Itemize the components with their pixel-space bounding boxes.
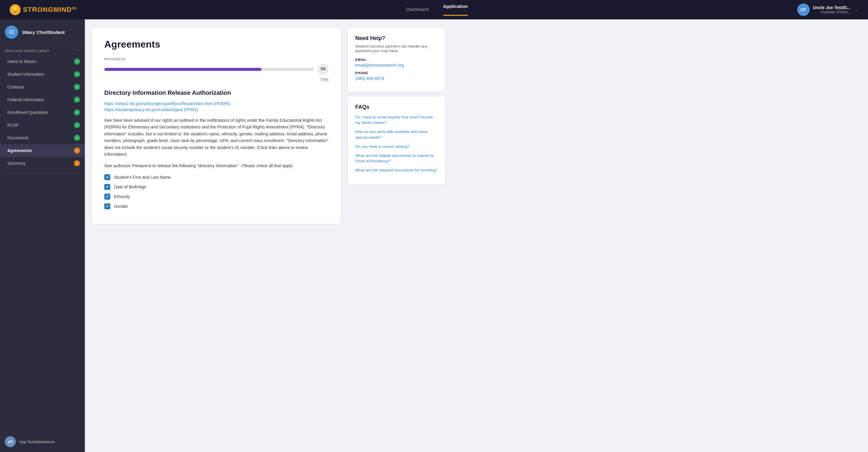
enrollment-chevron-up-icon[interactable]: ⌃ (77, 49, 80, 53)
checkbox-dob[interactable]: ✓ Date of Birth/Age (104, 184, 329, 190)
checkbox-label: Student's First and Last Name (114, 175, 171, 180)
help-title: Need Help? (355, 35, 438, 41)
sidebar-divider (5, 173, 80, 173)
agreements-title: Agreements (104, 39, 329, 50)
sidebar-item-label: Agreements (7, 148, 32, 153)
nav-application[interactable]: Application (443, 4, 468, 16)
main-nav: Dashboard Application (406, 4, 468, 16)
sidebar: 11 1Mary 1TestStudent 2024-2025 ENROLLME… (0, 20, 85, 452)
logo-mind: MIND (53, 6, 71, 13)
enrollment-title: 2024-2025 ENROLLMENT ⌃ (5, 49, 80, 53)
check-icon: ✓ (74, 135, 80, 141)
check-icon: ✓ (74, 84, 80, 90)
user-name: Uncle Joe TestSt... (813, 5, 850, 10)
sidebar-item-label: Enrollment Questions (7, 110, 48, 115)
student-avatar: 11 (5, 26, 18, 39)
header: 💡 STRONGMINDSM Dashboard Application UT … (0, 0, 868, 20)
body-text: I/we have been advised of our rights as … (104, 117, 329, 158)
faq-item-0[interactable]: Do I have to know exactly how much incom… (355, 115, 438, 125)
email-label: EMAIL (355, 58, 438, 62)
sidebar-item-contacts[interactable]: Contacts ✓ (0, 80, 85, 93)
warning-icon: ! (74, 160, 80, 166)
sidebar-item-student-information[interactable]: Student Information ✓ (0, 68, 85, 80)
warning-icon: ! (74, 148, 80, 154)
progress-bar-fill (104, 68, 261, 71)
check-icon: ✓ (74, 109, 80, 116)
student-name: 1Mary 1TestStudent (22, 30, 65, 35)
progress-label: PROGRESS (104, 57, 329, 61)
sidebar-item-agreements[interactable]: Agreements ! (0, 144, 85, 157)
enrollment-title-text: 2024-2025 ENROLLMENT (5, 49, 50, 53)
sidebar-item-intent-to-return[interactable]: Intent to Return ✓ (0, 55, 85, 68)
user-role: Guardian (Prima... (813, 10, 850, 14)
check-icon: ✓ (74, 122, 80, 128)
logo-sm: SM (71, 7, 77, 10)
sidebar-nav-list: Intent to Return ✓ Student Information ✓… (0, 54, 85, 171)
faq-item-1[interactable]: How do you work with students who have s… (355, 129, 438, 140)
logo-strong: STRONG (23, 6, 53, 13)
checkbox-label: Ethnicity (114, 194, 130, 199)
sidebar-item-label: Contacts (7, 85, 24, 89)
checkbox-label: Date of Birth/Age (114, 185, 146, 189)
sidebar-item-label: ECAP (7, 123, 19, 128)
sidebar-item-label: Student Information (7, 72, 44, 77)
user-area[interactable]: UT Uncle Joe TestSt... Guardian (Prima..… (797, 4, 858, 16)
progress-bar-track (104, 68, 314, 71)
right-panel: Need Help? Student success partners can … (348, 28, 445, 184)
sidebar-item-ecap[interactable]: ECAP ✓ (0, 119, 85, 131)
checkbox-first-last-name[interactable]: ✓ Student's First and Last Name (104, 174, 329, 180)
sidebar-item-label: Summary (7, 161, 26, 166)
ferpa-link[interactable]: https://www2.ed.gov/policy/gen/guid/fpco… (104, 101, 329, 106)
check-icon: ✓ (74, 97, 80, 103)
sidebar-item-label: Documents (7, 135, 29, 140)
page-wrapper: Agreements PROGRESS 🏁 75% Directory Info… (0, 20, 868, 452)
sidebar-item-federal-information[interactable]: Federal Information ✓ (0, 93, 85, 106)
checkbox-icon[interactable]: ✓ (104, 184, 110, 190)
auth-text: I/we authorize Primavera to release the … (104, 162, 329, 169)
check-icon: ✓ (74, 59, 80, 65)
sidebar-bottom-avatar: AT (5, 436, 16, 447)
logo: 💡 STRONGMINDSM (10, 4, 77, 15)
section-title: Directory Information Release Authorizat… (104, 89, 329, 96)
user-avatar: UT (797, 4, 809, 16)
checkbox-label: Gender (114, 204, 128, 209)
sidebar-item-enrollment-questions[interactable]: Enrollment Questions ✓ (0, 106, 85, 119)
sidebar-item-label: Intent to Return (7, 59, 37, 64)
sidebar-bottom-user: AT App TestAttendance (0, 431, 85, 452)
user-info: Uncle Joe TestSt... Guardian (Prima... (813, 5, 850, 14)
progress-bar-container: 🏁 (104, 64, 329, 75)
faq-card: FAQs Do I have to know exactly how much … (348, 97, 445, 184)
student-header: 11 1Mary 1TestStudent (0, 20, 85, 45)
checkbox-ethnicity[interactable]: ✓ Ethnicity (104, 194, 329, 200)
email-value[interactable]: email@primaveratech.org (355, 63, 438, 68)
sidebar-bottom-name: App TestAttendance (20, 440, 55, 444)
user-chevron-down-icon[interactable]: ⌄ (855, 7, 858, 12)
ppra-link[interactable]: https://studentprivacy.ed.gov/content/pp… (104, 107, 329, 112)
faq-item-2[interactable]: Do you have a course catalog? (355, 144, 438, 149)
enrollment-section: 2024-2025 ENROLLMENT ⌃ (0, 45, 85, 54)
checkbox-icon[interactable]: ✓ (104, 174, 110, 180)
nav-dashboard[interactable]: Dashboard (406, 7, 428, 13)
help-subtitle: Student success partners can handle any … (355, 44, 438, 53)
faq-item-3[interactable]: What are the eligible documents to submi… (355, 153, 438, 164)
svg-text:💡: 💡 (12, 6, 19, 13)
phone-label: PHONE (355, 71, 438, 75)
phone-value[interactable]: (480) 456-6678 (355, 76, 438, 81)
faq-title: FAQs (355, 104, 438, 110)
logo-text: STRONGMINDSM (23, 6, 77, 13)
checkbox-gender[interactable]: ✓ Gender (104, 203, 329, 209)
logo-icon: 💡 (10, 4, 21, 15)
progress-percent: 75% (104, 77, 329, 82)
checkbox-icon[interactable]: ✓ (104, 194, 110, 200)
sidebar-item-summary[interactable]: Summary ! (0, 157, 85, 170)
faq-item-4[interactable]: What are the required documents for enro… (355, 167, 438, 173)
agreements-card: Agreements PROGRESS 🏁 75% Directory Info… (92, 28, 341, 224)
checkbox-icon[interactable]: ✓ (104, 203, 110, 209)
progress-flag-icon: 🏁 (318, 64, 329, 75)
sidebar-item-label: Federal Information (7, 97, 44, 102)
help-card: Need Help? Student success partners can … (348, 28, 445, 92)
sidebar-item-documents[interactable]: Documents ✓ (0, 131, 85, 144)
main-content: Agreements PROGRESS 🏁 75% Directory Info… (85, 20, 868, 452)
check-icon: ✓ (74, 71, 80, 77)
